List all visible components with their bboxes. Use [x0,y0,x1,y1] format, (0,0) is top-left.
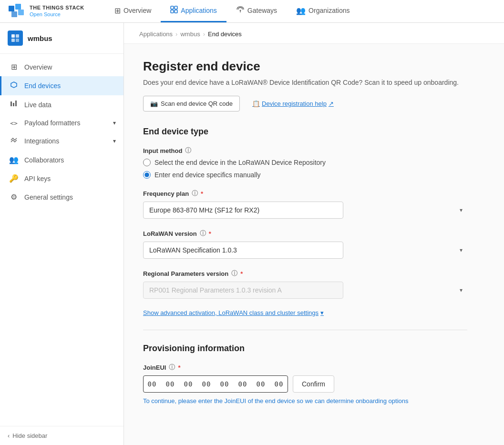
regional-params-group: Regional Parameters version ⓘ * RP001 Re… [143,269,467,299]
lorawan-version-select-wrapper: LoRaWAN Specification 1.0.3 ▾ [143,242,467,259]
svg-rect-10 [11,34,15,38]
sidebar-item-integrations-label: Integrations [24,137,59,145]
sidebar-item-general-settings-label: General settings [24,193,73,201]
radio-repository-input[interactable] [143,159,151,166]
radio-manual-input[interactable] [143,171,151,179]
top-nav-items: ⊞ Overview Applications Gateways 👥 Organ… [105,0,360,22]
svg-rect-4 [171,6,174,9]
sidebar-item-collaborators[interactable]: 👥 Collaborators [0,151,123,169]
chevron-left-icon: ‹ [8,432,10,439]
join-eui-seg-3[interactable] [198,376,215,392]
frequency-plan-label: Frequency plan ⓘ * [143,189,467,198]
integrations-sidebar-icon [9,136,19,146]
join-eui-seg-7[interactable] [270,376,288,392]
overview-sidebar-icon: ⊞ [9,62,19,71]
regional-params-help-icon[interactable]: ⓘ [231,269,237,278]
join-eui-row: Confirm [143,375,467,393]
lorawan-version-group: LoRaWAN version ⓘ * LoRaWAN Specificatio… [143,229,467,259]
top-nav: THE THINGS STACK Open Source ⊞ Overview … [0,0,504,23]
section-divider [143,330,467,330]
frequency-plan-required: * [201,190,203,197]
brand-sub: Open Source [30,11,84,18]
breadcrumb-sep-2: › [203,30,205,38]
breadcrumb-wmbus[interactable]: wmbus [180,30,200,38]
join-eui-seg-6[interactable] [252,376,269,392]
page-title: Register end device [143,59,467,74]
sidebar-item-api-keys[interactable]: 🔑 API keys [0,169,123,188]
regional-params-label: Regional Parameters version ⓘ * [143,269,467,278]
scan-qr-button[interactable]: 📷 Scan end device QR code [143,96,240,111]
logo-area: THE THINGS STACK Open Source [0,0,105,22]
breadcrumb-end-devices: End devices [208,30,242,38]
organizations-icon: 👥 [296,6,306,15]
advanced-settings-label: Show advanced activation, LoRaWAN class … [143,309,319,316]
join-eui-seg-1[interactable] [162,376,179,392]
nav-item-overview-label: Overview [123,7,151,14]
nav-item-gateways[interactable]: Gateways [226,0,287,22]
svg-rect-14 [10,101,12,106]
overview-icon: ⊞ [114,6,121,15]
action-buttons: 📷 Scan end device QR code 📋 Device regis… [143,96,467,111]
join-eui-seg-2[interactable] [180,376,197,392]
end-devices-sidebar-icon [9,81,19,91]
advanced-settings-chevron-icon: ▾ [320,309,324,316]
nav-item-overview[interactable]: ⊞ Overview [105,0,161,22]
sidebar-item-live-data-label: Live data [24,101,51,109]
api-keys-sidebar-icon: 🔑 [9,174,19,183]
radio-manual-label: Enter end device specifics manually [154,171,261,179]
lorawan-version-select[interactable]: LoRaWAN Specification 1.0.3 [143,242,343,259]
nav-item-organizations[interactable]: 👥 Organizations [287,0,359,22]
join-eui-seg-5[interactable] [234,376,251,392]
sidebar-item-payload-formatters[interactable]: <> Payload formatters ▾ [0,114,123,131]
join-eui-label: JoinEUI ⓘ * [143,363,467,372]
sidebar-item-integrations[interactable]: Integrations ▾ [0,131,123,151]
svg-rect-12 [11,39,15,42]
sidebar-item-end-devices[interactable]: End devices [0,76,123,95]
svg-rect-16 [15,101,17,106]
device-help-button[interactable]: 📋 Device registration help ↗ [246,96,340,111]
nav-item-organizations-label: Organizations [309,7,350,14]
scan-qr-label: Scan end device QR code [161,100,233,107]
join-eui-seg-0[interactable] [144,376,161,392]
sidebar: wmbus ⊞ Overview End devices Live data <… [0,23,124,445]
general-settings-sidebar-icon: ⚙ [9,192,19,202]
content-area: Register end device Does your end device… [124,44,486,430]
join-eui-group: JoinEUI ⓘ * [143,363,467,405]
app-icon [8,30,23,46]
join-eui-required: * [178,364,180,371]
join-eui-help-icon[interactable]: ⓘ [169,363,175,372]
radio-repository-option[interactable]: Select the end device in the LoRaWAN Dev… [143,159,467,166]
lorawan-version-help-icon[interactable]: ⓘ [200,229,206,238]
nav-item-applications[interactable]: Applications [161,0,226,22]
sidebar-item-overview[interactable]: ⊞ Overview [0,58,123,76]
frequency-plan-help-icon[interactable]: ⓘ [192,189,198,198]
svg-rect-13 [16,39,19,42]
page-subtitle: Does your end device have a LoRaWAN® Dev… [143,79,467,86]
input-method-help-icon[interactable]: ⓘ [185,146,191,155]
hide-sidebar-label: Hide sidebar [12,432,47,439]
input-method-group: Input method ⓘ Select the end device in … [143,146,467,179]
svg-rect-2 [11,11,17,17]
input-method-label: Input method ⓘ [143,146,467,155]
breadcrumb-applications[interactable]: Applications [139,30,173,38]
radio-manual-option[interactable]: Enter end device specifics manually [143,171,467,179]
sidebar-item-live-data[interactable]: Live data [0,95,123,114]
regional-params-select[interactable]: RP001 Regional Parameters 1.0.3 revision… [143,282,343,299]
confirm-button[interactable]: Confirm [293,375,334,393]
regional-params-required: * [240,270,243,277]
frequency-plan-select[interactable]: Europe 863-870 MHz (SF12 for RX2) [143,202,343,219]
logo-icon [8,3,25,20]
camera-icon: 📷 [150,100,158,107]
device-help-label: Device registration help [262,100,327,107]
payload-formatters-arrow-icon: ▾ [113,120,116,126]
sidebar-item-general-settings[interactable]: ⚙ General settings [0,188,123,206]
svg-rect-5 [175,6,177,9]
join-eui-seg-4[interactable] [216,376,233,392]
nav-item-gateways-label: Gateways [247,7,277,14]
advanced-settings-link[interactable]: Show advanced activation, LoRaWAN class … [143,309,467,316]
hide-sidebar-button[interactable]: ‹ Hide sidebar [0,426,123,445]
main-content: Applications › wmbus › End devices Regis… [124,23,504,445]
frequency-plan-chevron-icon: ▾ [460,207,463,213]
provisioning-section-title: Provisioning information [143,344,467,354]
gateways-icon [236,6,245,15]
